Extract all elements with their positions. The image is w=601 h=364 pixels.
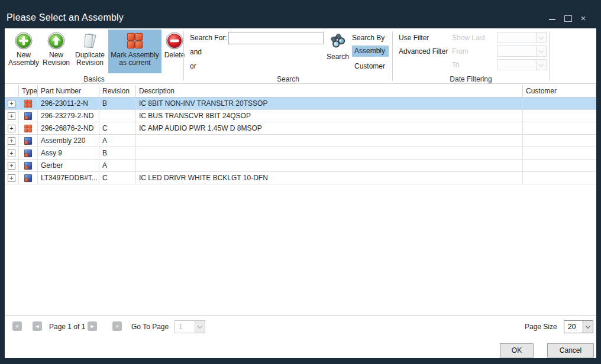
maximize-icon[interactable]	[563, 14, 573, 22]
delete-circle-icon	[166, 32, 183, 50]
expand-row-icon[interactable]: +	[8, 137, 15, 145]
header-expand	[5, 85, 19, 98]
chevron-down-icon	[583, 321, 593, 333]
search-group-label: Search	[184, 75, 392, 83]
expand-row-icon[interactable]: +	[8, 125, 15, 132]
select-assembly-dialog: Please Select an Assembly × New Assembly…	[0, 0, 601, 364]
close-icon[interactable]: ×	[579, 14, 588, 22]
grid-header-row: Type Part Number Revision Description Cu…	[5, 85, 596, 98]
duplicate-pages-icon	[81, 32, 99, 50]
basics-group-label: Basics	[5, 75, 183, 83]
page-indicator: Page 1 of 1	[49, 323, 85, 331]
chevron-down-icon	[536, 46, 546, 56]
search-for-label: Search For:	[190, 34, 227, 42]
pagination-bar: « ◄ Page 1 of 1 ► » Go To Page 1 Page Si…	[5, 315, 596, 336]
show-last-combobox	[497, 32, 547, 43]
assembly-type-icon	[24, 112, 33, 121]
page-size-label: Page Size	[525, 323, 557, 331]
assembly-type-icon	[24, 149, 33, 158]
minimize-icon[interactable]	[548, 14, 557, 22]
to-date-combobox	[497, 59, 547, 70]
go-to-page-label: Go To Page	[131, 323, 169, 331]
advanced-filter-toggle[interactable]: Advanced Filter	[399, 47, 448, 56]
from-label: From	[452, 47, 468, 56]
ok-button[interactable]: OK	[500, 343, 534, 358]
or-label: or	[190, 62, 196, 70]
last-page-button[interactable]: »	[112, 321, 122, 331]
expand-row-icon[interactable]: +	[8, 112, 15, 120]
table-row[interactable]: + Gerber A	[5, 160, 596, 172]
search-button[interactable]: Search	[325, 32, 351, 66]
expand-row-icon[interactable]: +	[8, 100, 15, 108]
dialog-title: Please Select an Assembly	[7, 12, 124, 23]
go-to-page-combobox: 1	[175, 320, 205, 333]
assembly-type-icon	[24, 136, 33, 145]
assembly-type-icon	[24, 161, 33, 170]
date-filtering-group-label: Date Filtering	[393, 75, 549, 83]
chevron-down-icon	[536, 32, 546, 43]
chevron-down-icon	[536, 60, 546, 70]
cancel-button[interactable]: Cancel	[547, 343, 594, 358]
table-row[interactable]: + 296-23011-2-N B IC 8BIT NON-INV TRANSL…	[5, 98, 596, 110]
and-label: and	[190, 48, 202, 56]
add-circle-icon	[15, 32, 33, 50]
group-separator	[549, 31, 550, 81]
table-row[interactable]: + Assembly 220 A	[5, 135, 596, 147]
mark-assembly-current-button[interactable]: Mark Assembly as current	[108, 30, 161, 73]
use-filter-toggle[interactable]: Use Filter	[399, 34, 429, 42]
search-input[interactable]	[228, 32, 324, 44]
ribbon-group-date-filtering: Use Filter Advanced Filter Show Last Fro…	[393, 28, 549, 84]
table-row[interactable]: + 296-23279-2-ND IC BUS TRANSCVR 8BIT 24…	[5, 110, 596, 122]
next-page-button[interactable]: ►	[88, 321, 97, 331]
table-row[interactable]: + Assy 9 B	[5, 147, 596, 160]
ribbon-group-search: Search For: and or Search Search By Asse…	[184, 28, 392, 84]
ribbon-group-basics: New Assembly New Revision Duplicate Revi…	[5, 28, 183, 84]
header-part-number[interactable]: Part Number	[38, 85, 99, 98]
assembly-current-type-icon	[24, 124, 33, 133]
assembly-type-icon	[24, 174, 33, 183]
show-last-label: Show Last	[452, 34, 485, 42]
page-size-combobox[interactable]: 20	[564, 320, 593, 333]
up-arrow-circle-icon	[47, 32, 65, 50]
from-date-combobox	[497, 46, 547, 57]
expand-row-icon[interactable]: +	[8, 174, 15, 182]
to-label: To	[452, 61, 460, 69]
expand-row-icon[interactable]: +	[8, 150, 15, 157]
header-customer[interactable]: Customer	[523, 85, 596, 98]
chevron-down-icon	[195, 321, 205, 333]
assembly-grid: Type Part Number Revision Description Cu…	[5, 85, 596, 184]
header-description[interactable]: Description	[136, 85, 523, 98]
table-row[interactable]: + LT3497EDDB#T... C IC LED DRIVR WHITE B…	[5, 172, 596, 184]
expand-row-icon[interactable]: +	[8, 162, 15, 170]
previous-page-button[interactable]: ◄	[33, 321, 42, 331]
header-revision[interactable]: Revision	[99, 85, 136, 98]
assembly-current-type-icon	[24, 99, 33, 108]
binoculars-icon	[329, 32, 347, 50]
new-assembly-button[interactable]: New Assembly	[7, 30, 41, 73]
red-grid-icon	[126, 32, 144, 50]
header-type[interactable]: Type	[19, 85, 38, 98]
search-by-option-assembly[interactable]: Assembly	[352, 46, 389, 57]
table-row[interactable]: + 296-26876-2-ND C IC AMP AUDIO PWR 1.45…	[5, 122, 596, 135]
titlebar: Please Select an Assembly ×	[0, 0, 601, 28]
ribbon: New Assembly New Revision Duplicate Revi…	[5, 28, 596, 84]
duplicate-revision-button[interactable]: Duplicate Revision	[72, 30, 108, 73]
dialog-content: New Assembly New Revision Duplicate Revi…	[5, 28, 596, 358]
new-revision-button[interactable]: New Revision	[41, 30, 72, 73]
search-by-option-customer[interactable]: Customer	[352, 61, 389, 72]
first-page-button[interactable]: «	[12, 321, 22, 331]
search-by-label: Search By	[352, 34, 384, 42]
